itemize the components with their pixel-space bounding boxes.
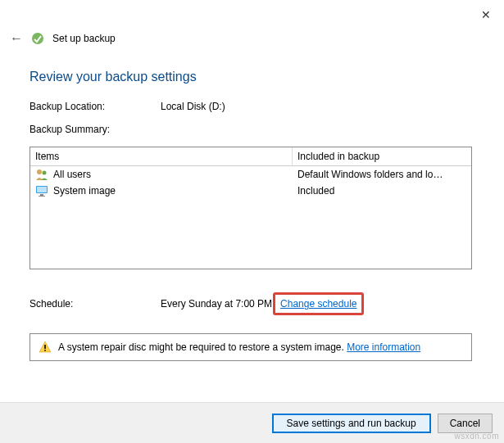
cancel-button[interactable]: Cancel xyxy=(438,414,493,433)
row-included: Included xyxy=(297,185,466,197)
table-row[interactable]: All users Default Windows folders and lo… xyxy=(30,166,471,183)
schedule-row: Schedule: Every Sunday at 7:00 PM Change… xyxy=(30,292,474,315)
page-heading: Review your backup settings xyxy=(30,70,474,84)
back-arrow-icon[interactable]: ← xyxy=(10,31,23,46)
col-header-items[interactable]: Items xyxy=(30,147,293,165)
col-header-included[interactable]: Included in backup xyxy=(293,147,471,165)
watermark: wsxdn.com xyxy=(454,432,499,441)
backup-summary-label-row: Backup Summary: xyxy=(30,124,474,135)
table-row[interactable]: System image Included xyxy=(30,183,471,199)
save-run-backup-button[interactable]: Save settings and run backup xyxy=(272,414,431,433)
backup-summary-table: Items Included in backup All users Defau… xyxy=(30,147,472,269)
svg-point-0 xyxy=(32,33,43,44)
window-title: Set up backup xyxy=(52,33,116,44)
backup-wizard-icon xyxy=(31,32,44,45)
row-included: Default Windows folders and lo… xyxy=(297,169,466,180)
warning-icon xyxy=(39,341,52,354)
footer-bar: Save settings and run backup Cancel xyxy=(0,402,504,443)
warning-text-content: A system repair disc might be required t… xyxy=(58,341,344,353)
warning-box: A system repair disc might be required t… xyxy=(30,333,472,361)
svg-rect-6 xyxy=(39,196,45,197)
svg-rect-7 xyxy=(44,345,46,349)
monitor-icon xyxy=(35,184,48,197)
schedule-label: Schedule: xyxy=(30,298,161,310)
svg-point-2 xyxy=(43,171,47,175)
change-schedule-link[interactable]: Change schedule xyxy=(280,298,356,310)
backup-location-row: Backup Location: Local Disk (D:) xyxy=(30,101,474,112)
schedule-value: Every Sunday at 7:00 PM xyxy=(161,298,272,310)
highlight-annotation: Change schedule xyxy=(273,292,364,315)
warning-text: A system repair disc might be required t… xyxy=(58,341,420,353)
svg-point-1 xyxy=(37,170,42,174)
users-icon xyxy=(35,168,48,181)
svg-rect-5 xyxy=(40,194,43,196)
close-icon[interactable]: ✕ xyxy=(481,8,491,21)
backup-location-value: Local Disk (D:) xyxy=(161,101,225,112)
backup-summary-label: Backup Summary: xyxy=(30,124,161,135)
more-information-link[interactable]: More information xyxy=(347,341,420,353)
svg-rect-4 xyxy=(37,187,47,192)
header-row: ← Set up backup xyxy=(10,31,116,46)
main-content: Review your backup settings Backup Locat… xyxy=(30,70,474,361)
svg-rect-8 xyxy=(44,350,46,351)
row-name: System image xyxy=(53,185,116,197)
table-header: Items Included in backup xyxy=(30,147,471,166)
row-name: All users xyxy=(53,169,91,180)
backup-location-label: Backup Location: xyxy=(30,101,161,112)
